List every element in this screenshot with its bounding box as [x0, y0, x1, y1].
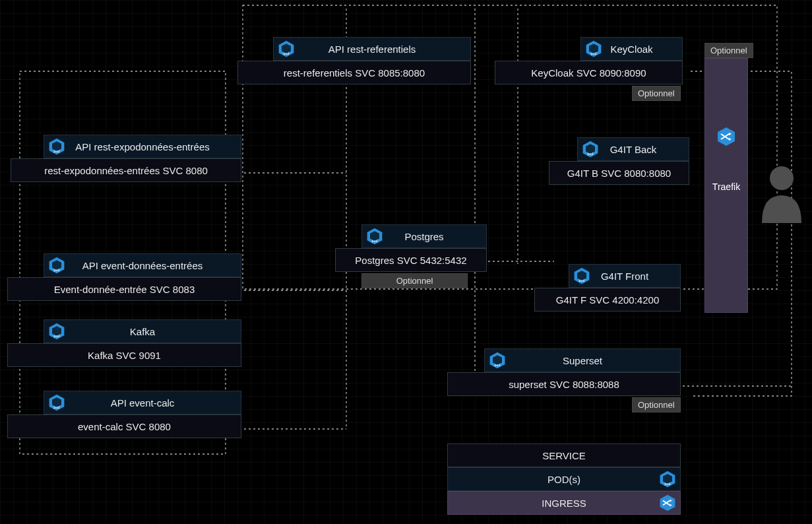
pod-label: API event-données-entrées [82, 260, 203, 271]
svc-g4it-front: G4IT F SVC 4200:4200 [534, 288, 681, 311]
svg-text:pod: pod [588, 152, 594, 156]
svc-label: rest-expodonnées-entrées SVC 8080 [44, 165, 208, 176]
node-kafka: pod Kafka [44, 319, 241, 343]
legend-service-label: SERVICE [542, 450, 586, 461]
node-api-event-entrees: pod API event-données-entrées [44, 253, 241, 277]
node-g4it-front: pod G4IT Front [569, 264, 681, 288]
pod-label: API rest-expodonnées-entrées [75, 141, 209, 152]
svc-label: KeyCloak SVC 8090:8090 [531, 67, 646, 79]
svc-api-rest-referentiels: rest-referentiels SVC 8085:8080 [237, 61, 471, 84]
pod-api-rest-referentiels: pod API rest-referentiels [273, 37, 471, 61]
svg-point-43 [770, 166, 794, 190]
pod-label: G4IT Front [601, 271, 648, 282]
tag-superset-optionnel: Optionnel [632, 397, 681, 412]
svg-text:pod: pod [579, 278, 585, 282]
svc-g4it-back: G4IT B SVC 8080:8080 [549, 161, 689, 185]
legend-pod-label: POD(s) [547, 474, 580, 485]
node-api-event-calc: pod API event-calc [44, 391, 241, 414]
tag-keycloak-optionnel: Optionnel [632, 86, 681, 101]
pod-label: Superset [563, 355, 602, 366]
svg-text:pod: pod [284, 51, 290, 55]
node-g4it-back: pod G4IT Back [577, 137, 689, 161]
svg-text:pod: pod [591, 51, 597, 55]
pod-icon: pod [580, 139, 600, 159]
svc-api-rest-expo: rest-expodonnées-entrées SVC 8080 [11, 158, 241, 182]
svc-label: G4IT B SVC 8080:8080 [567, 168, 671, 179]
ingress-icon [658, 493, 677, 513]
svg-marker-47 [660, 495, 675, 511]
legend-service: SERVICE [447, 443, 681, 467]
legend-ingress: INGRESS [447, 491, 681, 515]
pod-label: API rest-referentiels [328, 44, 416, 55]
pod-label: G4IT Back [610, 144, 657, 155]
node-api-rest-expo: pod API rest-expodonnées-entrées [44, 135, 241, 158]
pod-label: KeyCloak [610, 44, 652, 55]
traefik-label: Traefik [705, 181, 747, 192]
pod-icon: pod [365, 226, 385, 246]
pod-icon: pod [47, 255, 67, 275]
svg-text:pod: pod [54, 405, 60, 409]
ingress-icon [716, 126, 737, 149]
svc-kafka: Kafka SVC 9091 [7, 343, 241, 367]
svc-superset: superset SVC 8088:8088 [447, 372, 681, 396]
pod-label: Postgres [404, 231, 443, 242]
node-postgres: pod Postgres [361, 224, 487, 248]
svg-text:pod: pod [54, 268, 60, 272]
svc-label: Postgres SVC 5432:5432 [355, 255, 466, 266]
node-superset: pod Superset [484, 348, 681, 372]
svg-text:pod: pod [495, 363, 501, 367]
tag-postgres-optionnel: Optionnel [361, 273, 468, 288]
svc-label: event-calc SVC 8080 [78, 421, 171, 432]
svc-postgres: Postgres SVC 5432:5432 [335, 248, 487, 272]
svg-text:pod: pod [54, 334, 60, 338]
node-keycloak: pod KeyCloak [580, 37, 683, 61]
svc-label: rest-referentiels SVC 8085:8080 [284, 67, 425, 79]
svc-api-event-entrees: Event-donnée-entrée SVC 8083 [7, 277, 241, 301]
svc-label: Event-donnée-entrée SVC 8083 [54, 284, 195, 295]
svc-api-event-calc: event-calc SVC 8080 [7, 414, 241, 438]
pod-icon: pod [47, 393, 67, 412]
node-api-rest-referentiels: pod API rest-referentiels [273, 37, 471, 61]
pod-icon: pod [276, 39, 296, 59]
pod-icon: pod [47, 321, 67, 341]
svc-label: Kafka SVC 9091 [88, 350, 161, 361]
svg-text:pod: pod [54, 149, 60, 153]
legend: SERVICE POD(s) pod INGRESS [447, 443, 681, 515]
pod-label: API event-calc [111, 397, 175, 409]
pod-icon: pod [658, 469, 677, 489]
node-traefik: Traefik [704, 58, 748, 313]
pod-icon: pod [584, 39, 604, 59]
svg-text:pod: pod [665, 482, 671, 486]
legend-pod: POD(s) pod [447, 467, 681, 491]
svc-label: G4IT F SVC 4200:4200 [556, 294, 659, 306]
svg-marker-40 [718, 127, 735, 146]
pod-icon: pod [572, 266, 592, 286]
svc-keycloak: KeyCloak SVC 8090:8090 [495, 61, 683, 84]
pod-label: Kafka [130, 326, 155, 337]
tag-traefik-optionnel: Optionnel [704, 43, 753, 58]
legend-ingress-label: INGRESS [542, 498, 586, 509]
pod-icon: pod [47, 137, 67, 156]
user-icon [759, 164, 805, 223]
pod-icon: pod [487, 350, 507, 370]
svc-label: superset SVC 8088:8088 [509, 379, 619, 390]
svg-text:pod: pod [372, 239, 378, 243]
